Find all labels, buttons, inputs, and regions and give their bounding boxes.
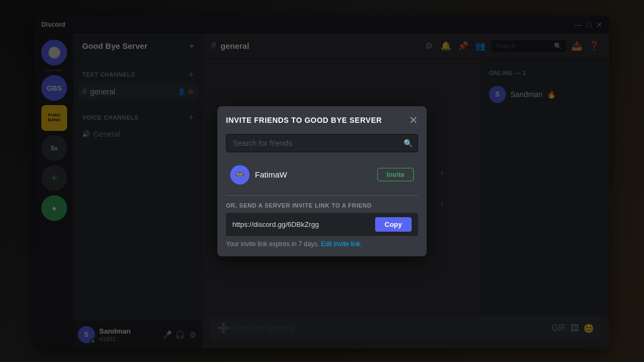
- friend-name-fatimaw: FatimaW: [255, 170, 372, 179]
- expire-text: Your invite link expires in 7 days. Edit…: [226, 240, 418, 248]
- invite-friend-button[interactable]: Invite: [377, 168, 414, 181]
- modal-overlay: INVITE FRIENDS TO GOOD BYE SERVER ✕ 🔍 🎮 …: [0, 0, 644, 362]
- edit-invite-link[interactable]: Edit invite link.: [321, 240, 362, 248]
- invite-link-text: https://discord.gg/6DBkZrgg: [232, 220, 371, 228]
- friend-avatar-fatimaw: 🎮: [230, 165, 250, 184]
- or-send-label: OR, SEND A SERVER INVITE LINK TO A FRIEN…: [226, 202, 418, 209]
- friend-search-input[interactable]: [226, 134, 418, 152]
- modal-divider: [226, 195, 418, 196]
- modal-header: INVITE FRIENDS TO GOOD BYE SERVER ✕: [226, 115, 418, 125]
- friend-search-container: 🔍: [226, 134, 418, 152]
- modal-close-button[interactable]: ✕: [409, 115, 418, 125]
- friend-item-fatimaw: 🎮 FatimaW Invite: [226, 161, 418, 189]
- invite-modal: INVITE FRIENDS TO GOOD BYE SERVER ✕ 🔍 🎮 …: [217, 106, 427, 256]
- modal-title: INVITE FRIENDS TO GOOD BYE SERVER: [226, 116, 382, 124]
- invite-link-row: https://discord.gg/6DBkZrgg Copy: [226, 213, 418, 236]
- copy-link-button[interactable]: Copy: [375, 217, 412, 232]
- friend-search-icon: 🔍: [404, 139, 413, 147]
